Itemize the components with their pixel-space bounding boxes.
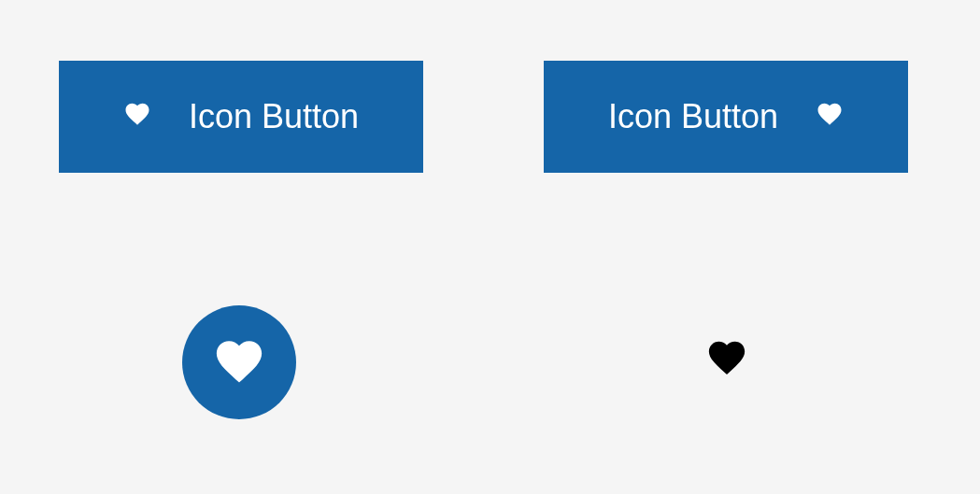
heart-icon <box>212 334 266 391</box>
heart-icon <box>816 97 844 136</box>
icon-button-leading[interactable]: Icon Button <box>59 61 423 173</box>
heart-icon <box>705 336 748 382</box>
icon-button-circle[interactable] <box>182 305 296 419</box>
heart-icon <box>123 97 151 136</box>
button-label: Icon Button <box>608 97 778 136</box>
icon-button-trailing[interactable]: Icon Button <box>544 61 908 173</box>
button-label: Icon Button <box>189 97 359 136</box>
icon-button-plain[interactable] <box>705 336 748 382</box>
